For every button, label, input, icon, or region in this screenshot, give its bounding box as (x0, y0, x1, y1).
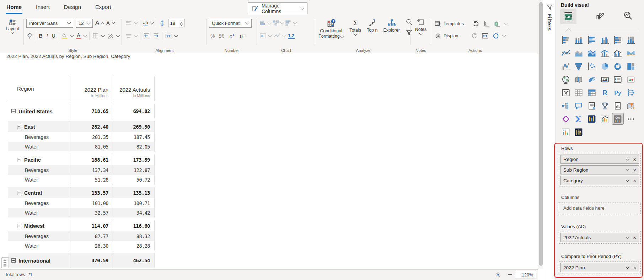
chevron-down-icon[interactable] (626, 235, 629, 238)
field-pill[interactable]: Region× (560, 155, 639, 164)
wrap-text-button[interactable]: ab (143, 20, 148, 26)
notes-button[interactable]: Notes (412, 18, 429, 34)
collapse-toggle-icon[interactable] (17, 158, 21, 162)
totals-button[interactable]: Σ Totals (349, 18, 361, 35)
clustered-bar-chart-icon[interactable] (586, 34, 597, 45)
font-family-select[interactable]: Inforiver Sans (26, 19, 73, 28)
increase-indent-icon[interactable] (152, 32, 160, 39)
percent-format-button[interactable]: % (210, 33, 215, 39)
font-color-button[interactable]: A (76, 33, 81, 39)
field-pill[interactable]: Category× (560, 176, 639, 185)
collapse-toggle-icon[interactable] (17, 191, 21, 195)
remove-field-icon[interactable]: × (633, 235, 636, 240)
scrollbar-thumb[interactable] (539, 2, 543, 266)
ruler-icon[interactable] (483, 20, 490, 27)
increase-decimal-button[interactable]: .0+ (228, 33, 235, 39)
column-width-icon[interactable] (165, 32, 172, 39)
card-icon[interactable]: 123 (599, 74, 610, 85)
kpi-icon[interactable] (625, 74, 636, 85)
table-visual-icon[interactable] (573, 87, 584, 98)
format-painter-icon[interactable] (26, 32, 33, 39)
inforiver-charts-icon[interactable]: QA (612, 113, 623, 124)
area-chart-icon[interactable] (573, 48, 584, 59)
matrix-visual-icon[interactable] (586, 87, 597, 98)
display-button[interactable]: Display (434, 32, 458, 39)
frame-chart-icon[interactable] (259, 32, 267, 39)
remove-field-icon[interactable]: × (633, 265, 636, 270)
tab-export[interactable]: Export (95, 2, 112, 14)
line-stacked-column-chart-icon[interactable] (599, 48, 610, 59)
stacked-bar-chart-icon[interactable] (560, 34, 571, 45)
chevron-down-icon[interactable] (116, 33, 120, 37)
sparkline-icon[interactable] (274, 32, 281, 39)
table-row[interactable]: Midwest114.07116.60 (8, 220, 155, 231)
filters-pane[interactable]: Filters (544, 0, 556, 280)
field-pill[interactable]: Sub Region× (560, 165, 639, 174)
navy-qa-custom-icon[interactable]: QA (573, 126, 584, 138)
table-row[interactable]: International470.59462.54 (8, 253, 155, 268)
templates-button[interactable]: Templates (434, 20, 464, 27)
fit-width-icon[interactable] (482, 32, 489, 39)
table-row[interactable]: Water51.2850.72 (8, 175, 155, 184)
key-influencers-icon[interactable] (625, 87, 636, 98)
stacked-area-chart-icon[interactable] (586, 48, 597, 59)
multi-row-card-icon[interactable] (612, 74, 623, 85)
remove-field-icon[interactable]: × (633, 157, 636, 162)
clustered-column-chart-icon[interactable] (599, 34, 610, 45)
underline-button[interactable]: U (52, 33, 55, 39)
collapse-toggle-icon[interactable] (17, 224, 21, 228)
chevron-down-icon[interactable] (101, 33, 105, 37)
goals-icon[interactable] (599, 100, 610, 111)
decomposition-tree-icon[interactable] (560, 100, 571, 111)
refresh-icon[interactable] (492, 32, 499, 39)
remove-field-icon[interactable]: × (633, 167, 636, 173)
tab-design[interactable]: Design (63, 2, 82, 14)
fill-color-button[interactable] (61, 33, 68, 39)
chevron-down-icon[interactable] (626, 265, 629, 269)
table-row[interactable]: United States718.65694.82 (8, 104, 155, 118)
map-icon[interactable] (560, 74, 571, 85)
italic-button[interactable]: I (45, 33, 49, 39)
layout-button[interactable]: Layout (2, 18, 23, 33)
borders-icon[interactable] (92, 32, 99, 39)
columns-well[interactable]: Add data fields here (559, 203, 641, 214)
chevron-down-icon[interactable] (626, 167, 629, 171)
python-script-icon[interactable]: Py (612, 87, 623, 98)
decrease-indent-icon[interactable] (143, 32, 150, 39)
collapse-toggle-icon[interactable] (11, 109, 16, 113)
line-clustered-column-chart-icon[interactable] (612, 48, 623, 59)
table-row[interactable]: Pacific188.61173.59 (8, 154, 155, 165)
vertical-scrollbar[interactable] (538, 0, 543, 269)
redo-icon[interactable] (471, 32, 478, 39)
funnel-chart-icon[interactable] (573, 61, 584, 72)
hundred-stacked-bar-chart-icon[interactable] (612, 34, 623, 45)
bar-chart-icon[interactable] (259, 20, 267, 27)
collapse-toggle-icon[interactable] (11, 258, 16, 263)
table-row[interactable]: Beverages137.34122.87 (8, 165, 155, 175)
waterfall-chart-icon[interactable] (560, 61, 571, 72)
hundred-stacked-column-chart-icon[interactable] (625, 34, 636, 45)
chevron-down-icon[interactable] (70, 33, 74, 37)
table-drag-handle[interactable] (1, 257, 9, 268)
r-script-icon[interactable]: R (599, 87, 610, 98)
paginated-report-icon[interactable] (612, 100, 623, 111)
table-row[interactable]: East282.40269.50 (8, 121, 155, 132)
clear-format-icon[interactable] (107, 32, 114, 39)
tab-build-visual[interactable] (560, 9, 576, 24)
chart-custom-icon[interactable] (599, 113, 610, 124)
values-well[interactable]: 2022 Actuals× (559, 231, 641, 244)
box-chart-icon[interactable] (285, 20, 292, 27)
scatter-chart-icon[interactable] (586, 61, 597, 72)
vertical-align-icon[interactable] (125, 32, 132, 39)
decrease-decimal-button[interactable]: .0− (238, 33, 245, 39)
treemap-icon[interactable] (625, 61, 636, 72)
manage-columns-button[interactable]: Manage Columns (248, 2, 307, 14)
remove-field-icon[interactable]: × (633, 178, 636, 183)
increase-font-button[interactable]: A (95, 20, 99, 27)
qa-visual-icon[interactable] (573, 100, 584, 111)
inforiver-matrix-icon[interactable] (586, 113, 597, 124)
tab-format-visual[interactable] (592, 9, 608, 24)
collapse-toggle-icon[interactable] (17, 125, 21, 129)
top-n-button[interactable]: Top n (367, 18, 378, 33)
filled-map-icon[interactable] (573, 74, 584, 85)
